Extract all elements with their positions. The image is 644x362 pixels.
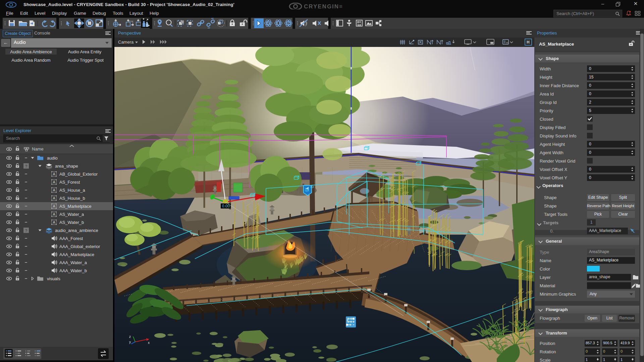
svg-text:Name: Name — [32, 146, 44, 152]
svg-text:x: x — [148, 341, 150, 345]
svg-text:y: y — [129, 340, 131, 344]
svg-text:H: H — [527, 40, 530, 45]
svg-text:AS_Water_a: AS_Water_a — [59, 212, 84, 217]
svg-text:AB_Global_Exterior: AB_Global_Exterior — [59, 172, 98, 177]
svg-text:AAA_Marketplace: AAA_Marketplace — [59, 252, 94, 257]
svg-text:AAA_Water_a: AAA_Water_a — [59, 260, 87, 265]
svg-text:AS_House_a: AS_House_a — [59, 188, 85, 193]
svg-text:AAA_Forest: AAA_Forest — [59, 236, 83, 241]
svg-text:AS_House_b: AS_House_b — [59, 196, 85, 201]
svg-text:AAA_Global_exterior: AAA_Global_exterior — [59, 244, 100, 249]
svg-text:area_shape: area_shape — [55, 164, 78, 169]
svg-text:z: z — [129, 335, 131, 339]
svg-text:H: H — [506, 41, 508, 44]
svg-text:AS_Marketplace: AS_Marketplace — [59, 204, 91, 209]
svg-text:AS_Water_b: AS_Water_b — [59, 220, 84, 225]
svg-text:CRYENGIN≡: CRYENGIN≡ — [304, 3, 343, 10]
svg-text:audio: audio — [47, 156, 58, 161]
svg-text:AAA_Water_b: AAA_Water_b — [59, 268, 87, 273]
svg-text:AS_Forest: AS_Forest — [59, 180, 80, 185]
svg-text:audio_area_ambience: audio_area_ambience — [55, 228, 98, 233]
svg-text:0.00: 0.00 — [222, 204, 230, 208]
svg-text:visuals: visuals — [47, 276, 60, 281]
